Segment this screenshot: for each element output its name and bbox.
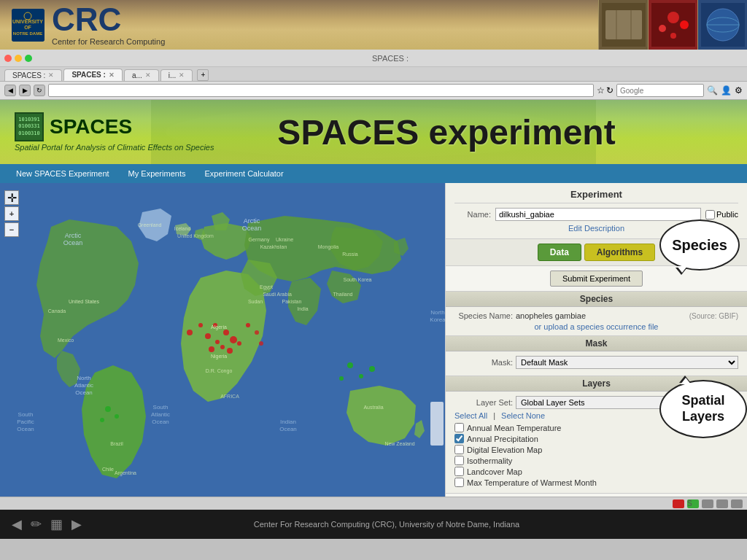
url-input[interactable]: spaces.crc.nd.edu/spaces/experiment/9 [48, 84, 594, 97]
svg-point-28 [237, 341, 241, 346]
svg-point-25 [205, 333, 211, 339]
footer-nav: ◀ ✏ ▦ ▶ [12, 516, 82, 532]
minimize-button[interactable] [15, 55, 22, 62]
mask-section: Mask Mask: Default Mask [446, 336, 747, 376]
tab-close-2[interactable]: ✕ [109, 71, 115, 79]
experiment-name-input[interactable] [495, 208, 701, 221]
svg-text:NOTRE DAME: NOTRE DAME [13, 31, 42, 36]
footer-forward-button[interactable]: ▶ [71, 516, 82, 532]
back-button[interactable]: ◀ [4, 85, 16, 96]
mask-label: Mask: [454, 358, 513, 367]
maximize-button[interactable] [25, 55, 32, 62]
star-icon[interactable]: ☆ [597, 85, 605, 96]
status-icon-3 [702, 499, 713, 508]
public-checkbox[interactable] [705, 210, 715, 219]
svg-text:New Zealand: New Zealand [384, 441, 414, 446]
svg-text:South Korea: South Korea [344, 277, 372, 282]
tab-close-4[interactable]: ✕ [179, 71, 185, 79]
svg-text:United States: United States [69, 299, 100, 304]
select-all-link[interactable]: Select All [454, 411, 487, 420]
status-icon-2: S [687, 499, 699, 508]
browser-tab-2[interactable]: SPACES : ✕ [63, 69, 123, 81]
crc-img-2 [648, 0, 697, 50]
settings-icon[interactable]: ⚙ [735, 85, 743, 96]
zoom-out-button[interactable]: − [4, 222, 19, 237]
layer-checkbox-4[interactable] [454, 467, 464, 476]
layer-item-3: Isothermality [454, 456, 738, 465]
svg-text:Brazil: Brazil [110, 441, 123, 446]
mask-select[interactable]: Default Mask [516, 356, 738, 369]
layer-checkbox-0[interactable] [454, 423, 464, 432]
svg-point-30 [209, 346, 214, 352]
layer-label-5: Max Temperature of Warmest Month [467, 478, 597, 487]
status-icon-1 [673, 499, 684, 508]
data-tab-button[interactable]: Data [538, 244, 581, 261]
crc-text-area: CRC Center for Research Computing [52, 4, 165, 46]
svg-point-13 [670, 33, 676, 39]
svg-text:Greenland: Greenland [138, 222, 162, 228]
reload-small-icon[interactable]: ↻ [606, 85, 614, 96]
browser-tab-4[interactable]: i... ✕ [160, 69, 193, 81]
svg-text:Arctic: Arctic [244, 217, 260, 225]
submit-experiment-button[interactable]: Submit Experiment [550, 271, 643, 287]
browser-tab-3[interactable]: a... ✕ [124, 69, 159, 81]
tab-close-3[interactable]: ✕ [145, 71, 151, 79]
reload-button[interactable]: ↻ [34, 85, 45, 96]
forward-button[interactable]: ▶ [19, 85, 31, 96]
nav-my-experiments[interactable]: My Experiments [120, 167, 195, 180]
crc-logo-area: UNIVERSITY OF NOTRE DAME CRC Center for … [0, 0, 177, 52]
zoom-in-button[interactable]: + [4, 206, 19, 221]
mask-section-body: Mask: Default Mask [446, 351, 747, 376]
svg-point-26 [215, 340, 220, 344]
traffic-lights [4, 55, 32, 62]
nd-logo: UNIVERSITY OF NOTRE DAME [12, 9, 44, 42]
svg-text:Atlantic: Atlantic [74, 382, 93, 389]
layer-checkbox-1[interactable] [454, 434, 464, 443]
svg-text:Ocean: Ocean [63, 239, 83, 246]
svg-text:Chile: Chile [102, 467, 114, 472]
svg-text:Germany: Germany [249, 237, 270, 243]
window-title: SPACES : [38, 54, 743, 63]
browser-tab-1[interactable]: SPACES : ✕ [4, 69, 62, 81]
svg-text:Russia: Russia [342, 252, 358, 257]
select-none-link[interactable]: Select None [501, 411, 545, 420]
nav-calculator[interactable]: Experiment Calculator [196, 167, 292, 180]
layer-checkbox-2[interactable] [454, 445, 464, 454]
search-icon[interactable]: 🔍 [707, 85, 718, 96]
svg-text:Saudi Arabia: Saudi Arabia [263, 292, 292, 297]
close-button[interactable] [4, 55, 12, 62]
species-section-body: Species Name: anopheles gambiae (Source:… [446, 307, 747, 335]
svg-point-11 [659, 25, 666, 32]
layer-label-1: Annual Precipitation [467, 435, 538, 443]
svg-text:Algeria: Algeria [211, 324, 227, 330]
spaces-title: SPACES [50, 115, 132, 139]
algorithms-tab-button[interactable]: Algorithms [584, 244, 655, 261]
search-input[interactable] [616, 84, 704, 97]
profile-icon[interactable]: 👤 [721, 85, 732, 96]
status-icon-4 [716, 499, 728, 508]
layer-checkbox-5[interactable] [454, 478, 464, 487]
svg-point-12 [680, 20, 689, 29]
svg-point-29 [246, 323, 250, 327]
crc-subtitle: Center for Research Computing [52, 37, 165, 46]
new-tab-button[interactable]: + [197, 69, 209, 81]
upload-species-link[interactable]: or upload a species occurrence file [454, 322, 738, 331]
layer-item-2: Digital Elevation Map [454, 445, 738, 454]
svg-text:Canada: Canada [48, 308, 66, 314]
tab-close-1[interactable]: ✕ [48, 71, 54, 79]
layer-item-5: Max Temperature of Warmest Month [454, 478, 738, 487]
layer-checkbox-3[interactable] [454, 456, 464, 465]
footer-grid-button[interactable]: ▦ [50, 516, 63, 532]
nav-new-experiment[interactable]: New SPACES Experiment [7, 167, 118, 180]
footer-edit-button[interactable]: ✏ [31, 516, 42, 532]
svg-point-10 [667, 12, 679, 23]
experiment-title: Experiment [454, 189, 738, 203]
svg-text:North: North [430, 309, 445, 316]
move-icon[interactable]: ✛ [4, 190, 19, 205]
layer-label-3: Isothermality [467, 456, 512, 465]
world-map: Arctic Ocean Arctic Ocean South Pacific … [0, 183, 445, 497]
public-label: Public [705, 210, 738, 219]
right-panel: Species Spatial Layers Experiment Name: … [445, 183, 747, 497]
footer-back-button[interactable]: ◀ [12, 516, 22, 532]
layer-set-label: Layer Set: [454, 398, 513, 407]
